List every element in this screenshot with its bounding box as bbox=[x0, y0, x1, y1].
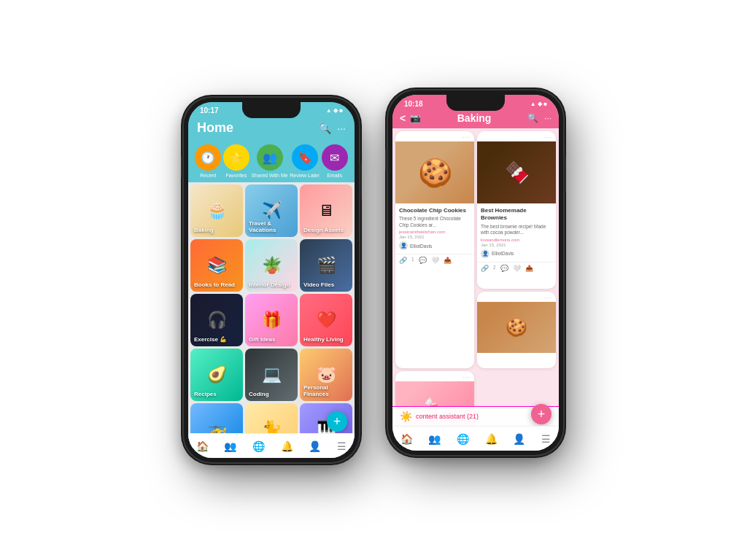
cookies-title: Chocolate Chip Cookies bbox=[399, 207, 471, 214]
content-assistant-text: content assistant (21) bbox=[416, 413, 479, 420]
card-dots-brownies[interactable]: ··· bbox=[544, 133, 552, 141]
cookies-heart-icon[interactable]: 🤍 bbox=[431, 257, 439, 264]
brownies-link[interactable]: loveandlemons.com bbox=[481, 238, 552, 242]
brownies-card-body: Best Homemade Brownies The best brownie … bbox=[477, 203, 556, 262]
grid-item-coding[interactable]: 💻 Coding bbox=[245, 349, 298, 401]
cookies-author: 👤 ElliotDavis bbox=[399, 241, 471, 250]
right-fab-button[interactable]: + bbox=[531, 404, 551, 424]
grid-item-travel[interactable]: ✈️ Travel &Vacations bbox=[245, 184, 298, 237]
brownies-heart-icon[interactable]: 🤍 bbox=[513, 265, 521, 272]
right-notch bbox=[446, 95, 505, 111]
grid-item-recipes[interactable]: 🥑 Recipes bbox=[190, 349, 243, 401]
card-dots-oat[interactable]: ··· bbox=[544, 294, 552, 302]
grid-item-gift[interactable]: 🎁 Gift Ideas bbox=[245, 294, 298, 346]
nav-bell[interactable]: 🔔 bbox=[281, 440, 293, 452]
right-bottom-nav: 🏠 👥 🌐 🔔 👤 ☰ bbox=[392, 426, 559, 451]
qa-emails[interactable]: ✉ Emails bbox=[322, 144, 348, 178]
cookies-actions: 🔗 1 💬 🤍 📤 bbox=[395, 254, 474, 266]
qa-review-label: Review Later bbox=[290, 173, 320, 178]
cookies-share-icon[interactable]: 🔗 bbox=[399, 257, 407, 264]
right-nav-menu[interactable]: ☰ bbox=[541, 433, 551, 445]
baking-more-icon[interactable]: ··· bbox=[544, 113, 551, 123]
brownies-author: 👤 ElliotDavis bbox=[481, 249, 552, 258]
left-status-icons: ▲ ◆ ■ bbox=[326, 107, 343, 114]
cookies-comment-icon[interactable]: 💬 bbox=[419, 257, 427, 264]
more-icon[interactable]: ··· bbox=[337, 122, 346, 134]
qa-emails-icon: ✉ bbox=[322, 144, 348, 171]
cookies-link[interactable]: jessicainthekitchen.com bbox=[399, 230, 471, 234]
cookies-author-name: ElliotDavis bbox=[410, 244, 432, 249]
cookies-desc: These 5 ingredient Chocolate Chip Cookie… bbox=[399, 216, 471, 228]
baking-card-brownies[interactable]: ··· 🍫 Best Homemade Brownies The best br… bbox=[477, 131, 556, 289]
brownies-title: Best Homemade Brownies bbox=[481, 207, 552, 222]
grid-item-video[interactable]: 🎬 Video Files bbox=[300, 239, 352, 292]
grid-item-interior[interactable]: 🪴 Interior Design bbox=[245, 239, 298, 292]
nav-menu[interactable]: ☰ bbox=[337, 440, 347, 452]
brownies-comment-icon[interactable]: 💬 bbox=[500, 265, 508, 272]
back-button[interactable]: < bbox=[400, 112, 406, 124]
cookies-comment-count: 1 bbox=[411, 257, 414, 264]
qa-review-icon: 🔖 bbox=[292, 144, 318, 171]
baking-card-cookies[interactable]: ··· 🍪 Chocolate Chip Cookies These 5 ing… bbox=[395, 131, 474, 368]
brownies-actions: 🔗 2 💬 🤍 📤 bbox=[477, 262, 556, 274]
qa-emails-label: Emails bbox=[327, 173, 342, 178]
home-header-icons: 🔍 ··· bbox=[319, 122, 346, 134]
qa-shared[interactable]: 👥 Shared With Me bbox=[251, 144, 287, 178]
brownies-author-name: ElliotDavis bbox=[492, 251, 514, 256]
camera-icon[interactable]: 📷 bbox=[410, 113, 421, 123]
card-dots-cookies[interactable]: ··· bbox=[462, 133, 471, 141]
right-nav-avatar[interactable]: 👤 bbox=[513, 433, 525, 445]
brownies-desc: The best brownie recipe! Made with cocoa… bbox=[481, 224, 552, 236]
grid-item-exercise[interactable]: 🎧 Exercise 💪 bbox=[190, 294, 243, 346]
phone-left: 10:17 ▲ ◆ ■ Home 🔍 ··· 🕐 Recent bbox=[184, 98, 359, 462]
brownies-share2-icon[interactable]: 📤 bbox=[525, 265, 533, 272]
qa-shared-icon: 👥 bbox=[257, 144, 283, 171]
oat-image: 🍪 bbox=[477, 302, 556, 353]
brownies-share-icon[interactable]: 🔗 bbox=[481, 265, 489, 272]
quick-actions: 🕐 Recent ⭐ Favorites 👥 Shared With Me 🔖 … bbox=[188, 140, 355, 182]
qa-recent-icon: 🕐 bbox=[195, 144, 221, 171]
sun-icon: ☀️ bbox=[400, 411, 412, 422]
qa-favorites[interactable]: ⭐ Favorites bbox=[223, 144, 249, 178]
right-nav-globe[interactable]: 🌐 bbox=[457, 433, 469, 445]
cookies-card-body: Chocolate Chip Cookies These 5 ingredien… bbox=[395, 203, 474, 254]
cookies-date: Jan 15, 2021 bbox=[399, 235, 471, 239]
qa-recent[interactable]: 🕐 Recent bbox=[195, 144, 221, 178]
phone-right: 10:18 ▲ ◆ ■ < 📷 Baking 🔍 ··· bbox=[388, 90, 563, 455]
qa-favorites-label: Favorites bbox=[225, 173, 247, 178]
home-title: Home bbox=[197, 120, 233, 136]
brownies-date: Jan 15, 2021 bbox=[481, 243, 552, 247]
nav-globe[interactable]: 🌐 bbox=[252, 440, 265, 452]
card-dots-sprinkle[interactable]: ··· bbox=[462, 373, 471, 381]
qa-review[interactable]: 🔖 Review Later bbox=[290, 144, 320, 178]
qa-favorites-icon: ⭐ bbox=[223, 144, 249, 171]
cookies-image: 🍪 bbox=[395, 141, 474, 203]
grid-item-design[interactable]: 🖥 Design Assets bbox=[300, 184, 352, 237]
grid-item-finances[interactable]: 🐷 PersonalFinances bbox=[300, 349, 352, 401]
baking-title: Baking bbox=[421, 112, 527, 124]
baking-header-right: 🔍 ··· bbox=[527, 113, 551, 123]
right-nav-bell[interactable]: 🔔 bbox=[485, 433, 498, 445]
baking-header: < 📷 Baking 🔍 ··· bbox=[392, 111, 559, 128]
right-nav-social[interactable]: 👥 bbox=[428, 433, 441, 445]
right-phone-screen: 10:18 ▲ ◆ ■ < 📷 Baking 🔍 ··· bbox=[392, 95, 559, 451]
right-status-icons: ▲ ◆ ■ bbox=[530, 101, 547, 107]
grid-item-baking[interactable]: 🧁 Baking bbox=[190, 184, 243, 237]
brownies-comment-count: 2 bbox=[493, 265, 496, 272]
search-icon[interactable]: 🔍 bbox=[319, 122, 331, 134]
card-top-cookies: ··· bbox=[395, 131, 474, 141]
grid-item-healthy[interactable]: ❤️ Healthy Living bbox=[300, 294, 352, 346]
card-top-sprinkle: ··· bbox=[395, 371, 474, 381]
card-top-oat: ··· bbox=[477, 292, 556, 302]
nav-social[interactable]: 👥 bbox=[224, 440, 236, 452]
grid-item-books[interactable]: 📚 Books to Read bbox=[190, 239, 243, 292]
home-header: Home 🔍 ··· bbox=[188, 117, 355, 140]
nav-home[interactable]: 🏠 bbox=[196, 440, 209, 452]
baking-card-oat[interactable]: ··· 🍪 bbox=[477, 292, 556, 368]
cookies-share2-icon[interactable]: 📤 bbox=[444, 257, 452, 264]
left-fab-button[interactable]: + bbox=[327, 411, 347, 432]
phones-container: 10:17 ▲ ◆ ■ Home 🔍 ··· 🕐 Recent bbox=[184, 98, 563, 462]
right-nav-home[interactable]: 🏠 bbox=[400, 433, 413, 445]
nav-avatar[interactable]: 👤 bbox=[309, 440, 321, 452]
baking-search-icon[interactable]: 🔍 bbox=[527, 113, 538, 123]
